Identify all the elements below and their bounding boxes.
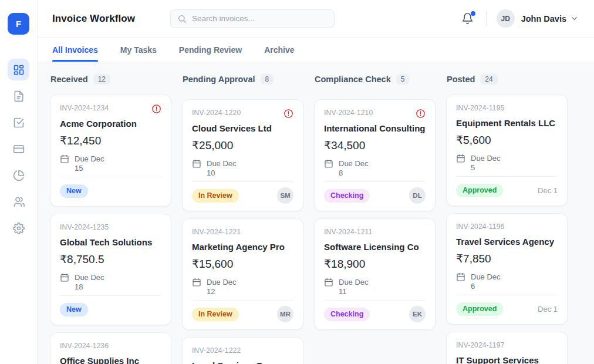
invoice-number: INV-2024-1220 [192, 108, 241, 118]
company-name: Global Tech Solutions [60, 237, 161, 248]
card-footer: New [60, 301, 161, 318]
search-input[interactable] [192, 14, 328, 23]
alert-circle-icon [416, 109, 426, 119]
column-header: Received 12 [50, 74, 171, 85]
due-date-row: Due Dec 5 [456, 154, 558, 177]
invoice-card[interactable]: INV-2024-1236 Office Supplies Inc [50, 332, 171, 364]
due-date-row: Due Dec 12 [192, 278, 293, 301]
column-title: Compliance Check [315, 75, 391, 84]
dashboard-icon [13, 64, 25, 76]
search-box[interactable] [170, 9, 335, 28]
assignee-avatar: EK [409, 306, 426, 322]
status-badge: Checking [324, 189, 370, 203]
company-name: International Consulting [324, 123, 426, 134]
due-date: Due Dec 15 [75, 154, 109, 173]
invoice-amount: ₹34,500 [324, 139, 426, 152]
invoice-card[interactable]: INV-2024-1211 Software Licensing Co ₹18,… [314, 218, 436, 330]
invoice-card[interactable]: INV-2024-1220 Cloud Services Ltd ₹25,000… [182, 99, 303, 211]
card-footer: In ReviewMR [192, 306, 293, 322]
calendar-icon [192, 159, 201, 168]
card-list: INV-2024-1220 Cloud Services Ltd ₹25,000… [182, 99, 303, 364]
status-badge: Approved [456, 184, 503, 197]
company-name: Office Supplies Inc [60, 356, 161, 364]
card-footer: In ReviewSM [192, 187, 293, 204]
card-footer: CheckingDL [324, 187, 426, 204]
column-title: Posted [447, 75, 475, 84]
calendar-icon [192, 278, 201, 287]
company-name: Software Licensing Co [324, 242, 426, 252]
column-count-badge: 8 [261, 74, 274, 85]
sidebar-item-documents[interactable] [8, 85, 29, 107]
header-right: JD John Davis [459, 9, 579, 28]
due-date-row: Due Dec 10 [192, 159, 293, 182]
card-footer: ApprovedDec 1 [456, 182, 558, 198]
invoice-number: INV-2024-1236 [60, 341, 109, 351]
invoice-number: INV-2024-1211 [324, 227, 372, 237]
tab-all-invoices[interactable]: All Invoices [52, 38, 98, 62]
notification-dot [471, 11, 475, 16]
user-name: John Davis [521, 14, 566, 23]
user-menu[interactable]: JD John Davis [497, 9, 579, 28]
calendar-icon [60, 273, 69, 282]
invoice-card[interactable]: INV-2024-1195 Equipment Rentals LLC ₹5,6… [446, 95, 568, 206]
overdue-alert-icon [284, 109, 293, 119]
due-date-row: Due Dec 6 [456, 272, 558, 295]
tab-archive[interactable]: Archive [264, 38, 294, 62]
due-date: Due Dec 5 [471, 154, 505, 172]
pie-chart-icon [13, 170, 25, 181]
check-square-icon [13, 117, 25, 129]
tab-pending-review[interactable]: Pending Review [179, 38, 242, 62]
invoice-card[interactable]: INV-2024-1222 Legal Services Group [182, 337, 303, 364]
invoice-card[interactable]: INV-2024-1210 International Consulting ₹… [314, 99, 436, 211]
sidebar-item-settings[interactable] [8, 217, 29, 239]
invoice-card[interactable]: INV-2024-1221 Marketing Agency Pro ₹15,6… [182, 218, 303, 330]
invoice-amount: ₹18,900 [324, 258, 426, 271]
card-footer: ApprovedDec 1 [456, 301, 558, 317]
search-icon [177, 14, 187, 23]
due-date-row: Due Dec 15 [60, 154, 161, 177]
invoice-number: INV-2024-1234 [60, 103, 109, 113]
assignee-avatar: MR [277, 306, 293, 322]
sidebar-item-payments[interactable] [8, 138, 29, 160]
search-icon [177, 14, 187, 23]
company-name: Cloud Services Ltd [192, 123, 293, 134]
users-icon [13, 196, 25, 208]
calendar-icon [456, 154, 465, 163]
sidebar-item-dashboard[interactable] [8, 59, 29, 80]
status-badge: In Review [192, 189, 239, 203]
card-list: INV-2024-1195 Equipment Rentals LLC ₹5,6… [446, 95, 568, 364]
posted-date: Dec 1 [538, 186, 558, 195]
column-header: Posted 24 [447, 74, 568, 85]
notifications-button[interactable] [459, 10, 476, 27]
due-date: Due Dec 11 [339, 278, 373, 296]
due-date: Due Dec 10 [207, 159, 241, 177]
status-badge: New [60, 184, 88, 198]
invoice-card[interactable]: INV-2024-1197 IT Support Services [446, 332, 568, 364]
sidebar-item-tasks[interactable] [8, 112, 29, 133]
sidebar: F [0, 0, 38, 364]
card-list: INV-2024-1234 Acme Corporation ₹12,450 D… [50, 95, 171, 364]
tab-my-tasks[interactable]: My Tasks [120, 38, 157, 62]
company-name: Travel Services Agency [456, 237, 558, 247]
invoice-card[interactable]: INV-2024-1234 Acme Corporation ₹12,450 D… [50, 95, 171, 207]
column-title: Pending Approval [183, 75, 255, 84]
invoice-number: INV-2024-1195 [456, 103, 504, 113]
due-date: Due Dec 8 [339, 159, 373, 177]
column-count-badge: 12 [93, 74, 110, 85]
sidebar-item-team[interactable] [8, 191, 29, 213]
calendar-icon [324, 159, 333, 168]
sidebar-item-reports[interactable] [8, 164, 29, 186]
assignee-avatar: DL [409, 187, 426, 204]
board-column: Compliance Check 5 INV-2024-1210 Interna… [314, 70, 436, 364]
due-date-row: Due Dec 8 [324, 159, 426, 182]
header: Invoice Workflow JD John Davis [38, 0, 594, 38]
invoice-card[interactable]: INV-2024-1235 Global Tech Solutions ₹8,7… [50, 214, 171, 325]
due-date: Due Dec 6 [471, 272, 505, 291]
due-date: Due Dec 18 [75, 273, 109, 291]
invoice-number: INV-2024-1222 [192, 346, 241, 356]
invoice-card[interactable]: INV-2024-1196 Travel Services Agency ₹7,… [446, 213, 568, 325]
board-column: Pending Approval 8 INV-2024-1220 Cloud S… [182, 70, 303, 364]
calendar-icon [324, 278, 333, 287]
column-header: Pending Approval 8 [183, 74, 303, 85]
assignee-avatar: SM [277, 187, 293, 204]
